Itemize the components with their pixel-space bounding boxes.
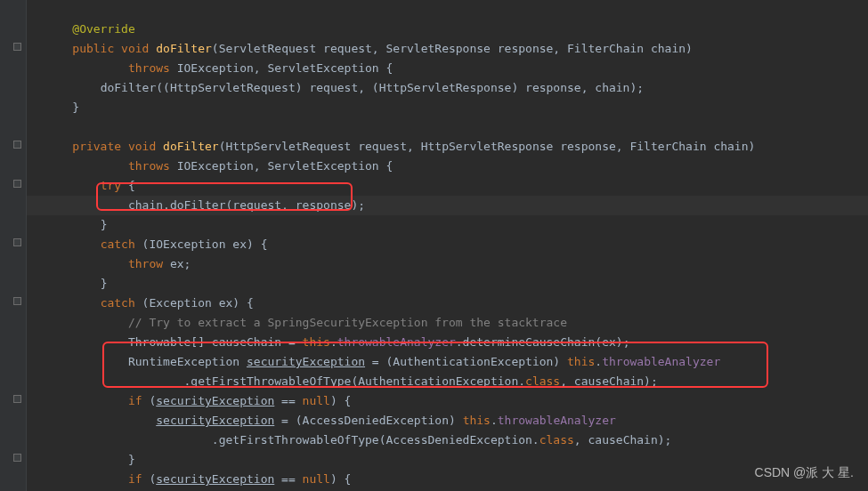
code-text: } (101, 277, 108, 290)
keyword: if (128, 394, 149, 407)
code-text: } (72, 101, 79, 114)
code-text: . (491, 414, 498, 427)
keyword: private void (72, 140, 163, 153)
code-text: ex; (170, 257, 191, 270)
keyword: throws (128, 61, 177, 75)
code-text: == (274, 472, 302, 486)
code-text: ) { (330, 472, 351, 486)
code-text: IOException, ServletException { (177, 61, 393, 75)
keyword: catch (101, 296, 142, 310)
code-text: ) { (330, 394, 351, 407)
keyword: throws (128, 159, 177, 173)
field: throwableAnalyzer (498, 414, 616, 427)
code-text: (IOException ex) { (142, 237, 268, 251)
code-text: (HttpServletRequest request, HttpServlet… (219, 140, 756, 153)
fold-marker-icon[interactable] (13, 180, 21, 188)
code-editor[interactable]: @Override public void doFilter(ServletRe… (27, 0, 755, 489)
keyword: null (303, 472, 330, 486)
code-text: == (274, 394, 302, 407)
highlight-box-2 (102, 342, 768, 388)
code-text: (Exception ex) { (142, 296, 254, 310)
code-text: } (101, 218, 108, 231)
code-text: (ServletRequest request, ServletResponse… (212, 42, 693, 55)
keyword: public void (72, 42, 156, 55)
variable: securityException (156, 472, 274, 486)
code-text: , causeChain); (574, 433, 672, 447)
fold-marker-icon[interactable] (13, 297, 21, 305)
code-text: doFilter((HttpServletRequest) request, (… (101, 81, 644, 94)
keyword: throw (128, 257, 170, 270)
code-text: } (128, 453, 135, 466)
method-name: doFilter (156, 42, 212, 55)
fold-marker-icon[interactable] (13, 43, 21, 51)
code-text: = (AccessDeniedException) (274, 414, 462, 427)
annotation: @Override (72, 22, 134, 36)
variable: securityException (156, 394, 274, 407)
highlight-box-1 (96, 182, 353, 211)
code-text: .getFirstThrowableOfType(AccessDeniedExc… (212, 433, 539, 447)
fold-marker-icon[interactable] (13, 395, 21, 403)
variable: securityException (156, 414, 274, 427)
watermark: CSDN @派 大 星. (755, 463, 854, 482)
fold-marker-icon[interactable] (13, 454, 21, 462)
keyword: this (463, 414, 491, 427)
keyword: if (128, 472, 149, 486)
fold-marker-icon[interactable] (13, 238, 21, 246)
keyword: class (539, 433, 574, 447)
keyword: catch (101, 237, 142, 251)
editor-gutter (0, 0, 27, 491)
keyword: null (303, 394, 330, 407)
code-text: IOException, ServletException { (177, 159, 393, 173)
method-name: doFilter (163, 140, 219, 153)
comment: // Try to extract a SpringSecurityExcept… (128, 316, 567, 329)
fold-marker-icon[interactable] (13, 141, 21, 149)
